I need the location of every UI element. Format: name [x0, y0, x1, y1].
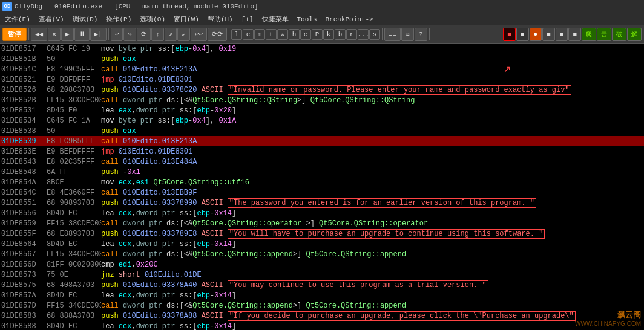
toolbar-r[interactable]: r — [346, 29, 357, 40]
stop-button[interactable]: ✕ — [48, 28, 61, 41]
toolbar-sep-4 — [382, 28, 383, 40]
disasm-row[interactable]: 01DE8567FF15 34CDEC03call dword ptr ds:[… — [0, 249, 644, 259]
toolbar-m[interactable]: m — [254, 29, 265, 40]
disasm-row[interactable]: 01DE8534C645 FC 1Amov byte ptr ss:[ebp-0… — [0, 115, 644, 126]
menu-debug[interactable]: 调试(D) — [69, 14, 102, 24]
disasm-row[interactable]: 01DE854CE8 4E3660FFcall 010Edito.013EBB9… — [0, 187, 644, 198]
disasm-row[interactable]: 01DE8521E9 DBFDFFFjmp 010Edito.01DE8301 — [0, 74, 644, 85]
toolbar-t[interactable]: t — [266, 29, 277, 40]
disasm-row[interactable]: 01DE853EE9 BEFDFFFFjmp 010Edito.01DE8301 — [0, 146, 644, 157]
toolbar-right7[interactable]: 云 — [597, 28, 611, 41]
disasm-row[interactable]: 01DE857568 408A3703push 010Edito.03378A4… — [0, 280, 644, 290]
menu-breakpoint[interactable]: BreakPoint-> — [322, 15, 377, 24]
menu-file[interactable]: 文件(F) — [1, 14, 34, 24]
toolbar-e[interactable]: e — [243, 29, 254, 40]
toolbar-right2[interactable]: ● — [530, 28, 542, 41]
step-over-button[interactable]: ▶| — [90, 28, 107, 41]
toolbar-right3[interactable]: ■ — [542, 28, 555, 41]
menu-help[interactable]: 帮助(H) — [204, 14, 237, 24]
menu-ops[interactable]: 操作(P) — [102, 14, 135, 24]
disasm-row[interactable]: 01DE855168 90893703push 010Edito.0337899… — [0, 198, 644, 208]
disasm-row[interactable]: 01DE85318D45 E0lea eax,dword ptr ss:[ebp… — [0, 105, 644, 115]
disasm-row[interactable]: 01DE852BFF15 3CCDEC03call dword ptr ds:[… — [0, 95, 644, 105]
toolbar-w[interactable]: w — [277, 29, 288, 40]
toolbar-b[interactable]: b — [335, 29, 346, 40]
toolbar-right6[interactable]: 爬 — [582, 28, 596, 41]
disasm-row[interactable]: 01DE851CE8 199C5FFFcall 010Edito.013E213… — [0, 64, 644, 74]
disasm-row[interactable]: 01DE857375 0Ejnz short 010Edito.01DE — [0, 270, 644, 280]
disasm-row[interactable]: 01DE85648D4D EClea ecx,dword ptr ss:[ebp… — [0, 239, 644, 249]
menu-bar: 文件(F) 查看(V) 调试(D) 操作(P) 选项(O) 窗口(W) 帮助(H… — [0, 13, 644, 25]
toolbar-right5[interactable]: ■ — [568, 28, 581, 41]
toolbar-red1[interactable]: ■ — [503, 28, 516, 41]
disasm-row[interactable]: 01DE8539E8 FC9B5FFFcall 010Edito.013E213… — [0, 136, 644, 146]
disasm-row[interactable]: 01DE85568D4D EClea ecx,dword ptr ss:[ebp… — [0, 208, 644, 218]
toolbar-dots[interactable]: ... — [358, 29, 369, 40]
toolbar-sep-1 — [28, 28, 29, 40]
toolbar-right4[interactable]: ■ — [556, 28, 568, 41]
disasm-panel[interactable]: 01DE8517C645 FC 19mov byte ptr ss:[ebp-0… — [0, 44, 644, 330]
disasm-row[interactable]: 01DE85486A FFpush -0x1 — [0, 167, 644, 177]
toolbar-c[interactable]: c — [300, 29, 311, 40]
rewind-button[interactable]: ◀◀ — [31, 28, 47, 41]
toolbar-sep-3 — [229, 28, 229, 40]
menu-window[interactable]: 窗口(W) — [170, 14, 203, 24]
toolbar-grid2[interactable]: ≋ — [401, 28, 414, 41]
menu-options[interactable]: 选项(O) — [136, 14, 169, 24]
title-bar: OD OllyDbg - 010Edito.exe - [CPU - main … — [0, 0, 644, 13]
menu-plus[interactable]: [+] — [238, 15, 257, 24]
disasm-row[interactable]: 01DE8517C645 FC 19mov byte ptr ss:[ebp-0… — [0, 44, 644, 54]
disasm-row[interactable]: 01DE857A8D4D EClea ecx,dword ptr ss:[ebp… — [0, 290, 644, 300]
toolbar-help[interactable]: ? — [415, 28, 427, 41]
disasm-row[interactable]: 01DE856D81FF 0C020000cmp edi,0x20C — [0, 259, 644, 270]
trace-button[interactable]: ↩↩ — [191, 28, 207, 41]
menu-tools[interactable]: Tools — [294, 15, 321, 24]
disasm-row[interactable]: 01DE8559FF15 38CDEC03call dword ptr ds:[… — [0, 218, 644, 228]
disasm-row[interactable]: 01DE858368 888A3703push 010Edito.03378A8… — [0, 311, 644, 321]
disasm-row[interactable]: 01DE8543E8 02C35FFFcall 010Edito.013E484… — [0, 157, 644, 167]
toolbar-sep-2 — [108, 28, 109, 40]
toolbar-h[interactable]: h — [289, 29, 300, 40]
disasm-row[interactable]: 01DE851B50push eax — [0, 54, 644, 64]
pause-button[interactable]: 暂停 — [2, 28, 27, 41]
ret-button[interactable]: ↙ — [177, 28, 190, 41]
pause-toggle-button[interactable]: ⏸ — [74, 28, 90, 41]
step-into-button[interactable]: ↩ — [111, 28, 123, 41]
toolbar-p[interactable]: P — [312, 29, 323, 40]
toolbar-right1[interactable]: ■ — [516, 28, 529, 41]
disasm-row[interactable]: 01DE852668 208C3703push 010Edito.03378C2… — [0, 85, 644, 95]
disasm-row[interactable]: 01DE855F68 E8893703push 010Edito.033789E… — [0, 228, 644, 239]
play-button[interactable]: ▶ — [61, 28, 74, 41]
toolbar-k[interactable]: k — [323, 29, 334, 40]
toolbar-sep-5 — [429, 28, 430, 40]
menu-view[interactable]: 查看(V) — [35, 14, 68, 24]
title-bar-text: OllyDbg - 010Edito.exe - [CPU - main thr… — [15, 3, 258, 10]
toolbar-l[interactable]: l — [231, 29, 242, 40]
app-icon: OD — [2, 2, 12, 11]
disasm-row[interactable]: 01DE85888D4D EClea ecx,dword ptr ss:[ebp… — [0, 321, 644, 330]
main-content: 01DE8517C645 FC 19mov byte ptr ss:[ebp-0… — [0, 44, 644, 330]
disasm-row[interactable]: 01DE857DFF15 34CDEC03call dword ptr ds:[… — [0, 300, 644, 311]
toolbar-right8[interactable]: 破 — [612, 28, 626, 41]
call-button[interactable]: ↗ — [165, 28, 177, 41]
disasm-row[interactable]: 01DE854A8BCEmov ecx,esi Qt5Core.QString:… — [0, 177, 644, 187]
toolbar-right9[interactable]: 解 — [627, 28, 642, 41]
disasm-row[interactable]: 01DE853850push eax — [0, 126, 644, 136]
run-to-button[interactable]: ⟳ — [137, 28, 151, 41]
replay-button[interactable]: ⟳⟳ — [208, 28, 227, 41]
menu-shortcuts[interactable]: 快捷菜单 — [258, 14, 292, 24]
toolbar-grid[interactable]: ≡≡ — [384, 28, 401, 41]
toolbar: 暂停 ◀◀ ✕ ▶ ⏸ ▶| ↩ ↪ ⟳ ↕ ↗ ↙ ↩↩ ⟳⟳ l e m t… — [0, 25, 644, 44]
jump-button[interactable]: ↕ — [151, 28, 164, 41]
toolbar-s[interactable]: s — [369, 29, 380, 40]
step-out-button[interactable]: ↪ — [123, 28, 136, 41]
